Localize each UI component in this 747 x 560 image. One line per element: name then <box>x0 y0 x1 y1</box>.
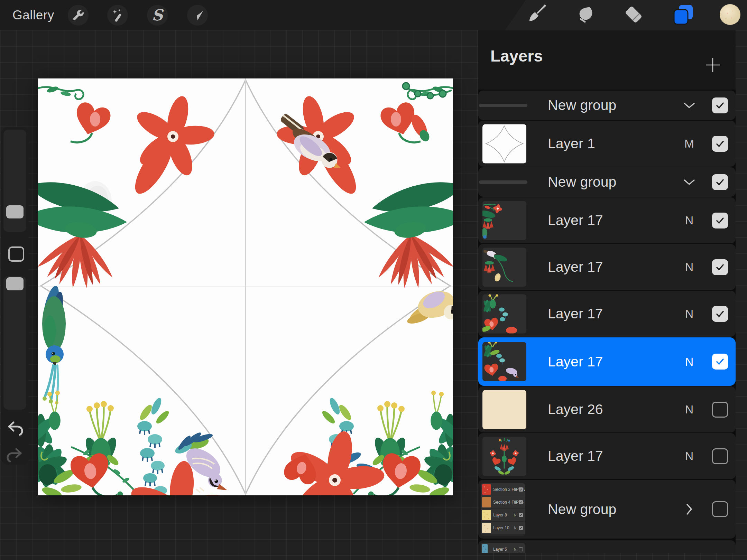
mini-thumbnail <box>482 484 491 495</box>
smudge-icon <box>573 2 597 28</box>
visibility-checkbox[interactable] <box>712 97 728 113</box>
redo-button[interactable] <box>4 446 25 465</box>
layer-thumbnail[interactable] <box>482 248 526 287</box>
mini-blend-mode: N <box>514 483 516 496</box>
checkmark-icon <box>714 100 726 111</box>
blend-mode-button[interactable]: N <box>682 386 697 432</box>
selection-button[interactable]: S <box>147 5 168 26</box>
layer-thumbnail[interactable] <box>482 437 526 476</box>
brush-size-handle[interactable] <box>6 205 24 218</box>
adjustments-button[interactable] <box>107 5 128 26</box>
canvas-artwork <box>38 78 453 495</box>
procreate-app: Gallery S <box>0 0 747 560</box>
blend-mode-button[interactable]: M <box>682 121 697 167</box>
layer-row[interactable]: Layer 17 N <box>478 197 736 243</box>
smudge-button[interactable] <box>572 2 598 28</box>
opacity-handle[interactable] <box>6 277 24 290</box>
visibility-checkbox[interactable] <box>712 306 728 322</box>
mini-blend-mode: N <box>514 543 516 553</box>
mini-layer-name: Layer 8 <box>493 509 507 521</box>
mini-layer-name: Layer 5 <box>493 543 507 553</box>
mini-layer-row: Section 4 FliP h- V N <box>481 496 525 508</box>
redo-icon <box>6 446 24 465</box>
layer-thumbnail[interactable] <box>482 342 526 381</box>
visibility-checkbox[interactable] <box>712 174 728 190</box>
paint-button[interactable] <box>524 2 550 28</box>
group-row-collapsed[interactable]: Section 2 FliP h-v N Section 4 FliP h- V… <box>478 480 736 539</box>
layer-row[interactable]: Layer 17 N <box>478 244 736 290</box>
sidebar-controls <box>1 127 29 465</box>
mini-layer-name: Layer 10 <box>493 522 509 534</box>
layers-icon <box>668 1 695 29</box>
group-name: New group <box>548 91 616 120</box>
layer-row[interactable]: Layer 17 N <box>478 291 736 337</box>
group-name: New group <box>548 167 616 197</box>
layer-name: Layer 17 <box>548 433 603 479</box>
modify-button[interactable] <box>8 246 24 262</box>
visibility-checkbox[interactable] <box>712 448 728 464</box>
visibility-checkbox[interactable] <box>712 354 728 370</box>
mini-visibility-checkbox <box>519 547 523 551</box>
transform-button[interactable] <box>187 5 208 26</box>
undo-button[interactable] <box>4 419 25 438</box>
expand-group-button[interactable] <box>681 480 698 539</box>
eraser-icon <box>621 2 646 28</box>
blend-mode-button[interactable]: N <box>682 337 697 386</box>
mini-visibility-checkbox <box>519 513 523 517</box>
visibility-checkbox[interactable] <box>712 136 728 152</box>
group-row[interactable]: New group <box>478 167 736 197</box>
mini-layer-row: Section 2 FliP h-v N <box>481 483 525 496</box>
group-row[interactable]: New group <box>478 91 736 120</box>
mini-thumbnail <box>482 523 491 533</box>
layers-panel-header: Layers <box>478 30 736 90</box>
layer-name: Layer 17 <box>548 337 603 386</box>
opacity-slider[interactable] <box>3 276 26 410</box>
layer-name: Layer 26 <box>548 386 603 432</box>
color-swatch-icon <box>719 3 741 27</box>
mini-blend-mode: N <box>514 509 516 521</box>
layer-name: Layer 17 <box>548 244 603 290</box>
group-row-partial[interactable]: Layer 5 N <box>478 540 736 553</box>
layers-list: New group Layer 1 M <box>478 90 736 553</box>
blend-mode-button[interactable]: N <box>682 197 697 243</box>
collapse-group-button[interactable] <box>681 167 698 197</box>
layer-row-selected[interactable]: Layer 17 N <box>478 337 736 386</box>
magic-wand-icon <box>111 8 124 22</box>
layer-row[interactable]: Layer 26 N <box>478 386 736 432</box>
blend-mode-button[interactable]: N <box>682 244 697 290</box>
mini-thumbnail <box>482 497 491 507</box>
brush-icon <box>525 2 549 28</box>
visibility-checkbox[interactable] <box>712 259 728 275</box>
brush-size-slider[interactable] <box>3 130 26 232</box>
group-thumbnail <box>479 104 527 107</box>
top-toolbar: Gallery S <box>0 0 747 30</box>
mini-blend-mode: N <box>514 522 516 534</box>
collapse-group-button[interactable] <box>681 91 698 120</box>
layer-thumbnail[interactable] <box>482 124 526 163</box>
panel-title: Layers <box>490 46 543 65</box>
layer-thumbnail[interactable] <box>482 294 526 333</box>
mini-thumbnail <box>482 544 488 553</box>
drawing-canvas[interactable] <box>38 78 453 495</box>
layer-row[interactable]: Layer 1 M <box>478 121 736 167</box>
layers-panel: Layers New group <box>478 30 736 553</box>
add-layer-button[interactable] <box>704 56 722 74</box>
actions-button[interactable] <box>68 5 89 26</box>
layer-thumbnail[interactable] <box>482 390 526 429</box>
visibility-checkbox[interactable] <box>712 501 728 517</box>
visibility-checkbox[interactable] <box>712 402 728 418</box>
layer-name: Layer 17 <box>548 197 603 243</box>
blend-mode-button[interactable]: N <box>682 433 697 479</box>
layers-button[interactable] <box>668 2 695 28</box>
layer-thumbnail[interactable] <box>482 201 526 240</box>
blend-mode-button[interactable]: N <box>682 291 697 337</box>
erase-button[interactable] <box>620 2 647 28</box>
visibility-checkbox[interactable] <box>712 213 728 228</box>
gallery-button[interactable]: Gallery <box>12 0 54 30</box>
mini-visibility-checkbox <box>519 487 523 492</box>
mini-layer-row: Layer 8 N <box>481 509 525 521</box>
group-thumbnail: Layer 5 N <box>481 543 525 553</box>
selection-s-icon: S <box>152 8 163 23</box>
layer-row[interactable]: Layer 17 N <box>478 433 736 479</box>
color-button[interactable] <box>717 2 743 28</box>
